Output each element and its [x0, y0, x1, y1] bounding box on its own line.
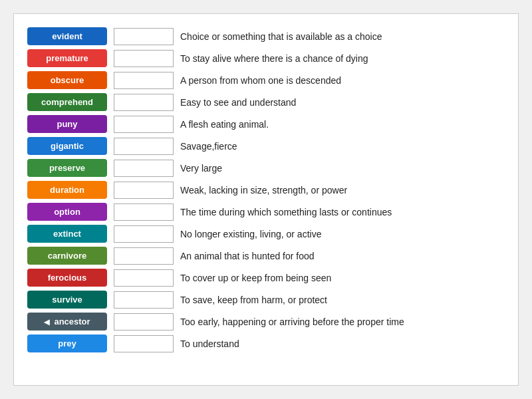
answer-input-prey[interactable]: [114, 335, 174, 352]
word-label: ancestor: [54, 317, 90, 327]
match-row: optionThe time during which something la…: [27, 203, 505, 221]
answer-input-ancestor[interactable]: [114, 313, 174, 331]
word-label: premature: [46, 53, 88, 63]
word-button-survive[interactable]: survive: [27, 291, 107, 309]
word-button-evident[interactable]: evident: [27, 27, 107, 45]
definition-text: A flesh eating animal.: [180, 119, 505, 130]
answer-input-survive[interactable]: [114, 291, 174, 309]
match-row: comprehendEasy to see and understand: [27, 93, 505, 111]
word-label: prey: [58, 338, 76, 348]
definition-text: To cover up or keep from being seen: [180, 273, 505, 283]
word-button-puny[interactable]: puny: [27, 115, 107, 133]
match-row: surviveTo save, keep from harm, or prote…: [27, 291, 505, 309]
match-row: carnivoreAn animal that is hunted for fo…: [27, 247, 505, 265]
answer-input-extinct[interactable]: [114, 225, 174, 243]
definition-text: A person from whom one is descended: [180, 75, 505, 86]
answer-input-obscure[interactable]: [114, 72, 174, 89]
word-button-ferocious[interactable]: ferocious: [27, 269, 107, 287]
definition-text: Very large: [180, 163, 505, 174]
word-label: extinct: [53, 229, 81, 239]
definition-text: To save, keep from harm, or protect: [180, 295, 505, 305]
match-row: durationWeak, lacking in size, strength,…: [27, 181, 505, 199]
answer-input-carnivore[interactable]: [114, 247, 174, 265]
answer-input-comprehend[interactable]: [114, 94, 174, 111]
word-button-carnivore[interactable]: carnivore: [27, 247, 107, 265]
word-label: evident: [52, 31, 82, 41]
answer-input-option[interactable]: [114, 203, 174, 221]
definition-text: An animal that is hunted for food: [180, 251, 505, 261]
answer-input-duration[interactable]: [114, 182, 174, 199]
answer-input-ferocious[interactable]: [114, 269, 174, 287]
word-button-duration[interactable]: duration: [27, 181, 107, 199]
definition-text: No longer existing, living, or active: [180, 229, 505, 239]
word-label: obscure: [51, 75, 84, 85]
match-row: extinctNo longer existing, living, or ac…: [27, 225, 505, 243]
word-label: gigantic: [51, 141, 84, 151]
word-button-premature[interactable]: premature: [27, 49, 107, 67]
arrow-icon: ◀: [44, 318, 51, 326]
answer-input-evident[interactable]: [114, 28, 174, 45]
main-container: evidentChoice or something that is avail…: [13, 13, 519, 386]
match-row: ferociousTo cover up or keep from being …: [27, 269, 505, 287]
definition-text: The time during which something lasts or…: [180, 207, 505, 217]
definition-text: To stay alive where there is a chance of…: [180, 53, 505, 64]
word-label: duration: [50, 185, 84, 195]
word-button-prey[interactable]: prey: [27, 334, 107, 352]
definition-text: Choice or something that is available as…: [180, 31, 505, 42]
match-row: evidentChoice or something that is avail…: [27, 27, 505, 45]
word-label: option: [54, 207, 80, 217]
word-label: preserve: [49, 163, 85, 173]
match-row: ◀ ancestorToo early, happening or arrivi…: [27, 313, 505, 331]
word-button-extinct[interactable]: extinct: [27, 225, 107, 243]
match-row: prematureTo stay alive where there is a …: [27, 49, 505, 67]
definition-text: Weak, lacking in size, strength, or powe…: [180, 185, 505, 196]
word-button-option[interactable]: option: [27, 203, 107, 221]
word-label: survive: [52, 295, 82, 305]
match-row: obscureA person from whom one is descend…: [27, 71, 505, 89]
match-row: preyTo understand: [27, 334, 505, 352]
word-label: ferocious: [48, 273, 87, 283]
answer-input-premature[interactable]: [114, 50, 174, 67]
answer-input-puny[interactable]: [114, 116, 174, 133]
definition-text: Easy to see and understand: [180, 97, 505, 108]
word-button-ancestor[interactable]: ◀ ancestor: [27, 313, 107, 331]
definition-text: To understand: [180, 338, 505, 349]
word-button-preserve[interactable]: preserve: [27, 159, 107, 177]
definition-text: Savage,fierce: [180, 141, 505, 152]
answer-input-preserve[interactable]: [114, 160, 174, 177]
word-button-comprehend[interactable]: comprehend: [27, 93, 107, 111]
word-button-gigantic[interactable]: gigantic: [27, 137, 107, 155]
match-row: preserveVery large: [27, 159, 505, 177]
word-label: puny: [57, 119, 77, 129]
answer-input-gigantic[interactable]: [114, 138, 174, 155]
word-label: comprehend: [41, 97, 93, 107]
word-button-obscure[interactable]: obscure: [27, 71, 107, 89]
definition-text: Too early, happening or arriving before …: [180, 317, 505, 327]
word-label: carnivore: [48, 251, 87, 261]
match-row: giganticSavage,fierce: [27, 137, 505, 155]
match-row: punyA flesh eating animal.: [27, 115, 505, 133]
